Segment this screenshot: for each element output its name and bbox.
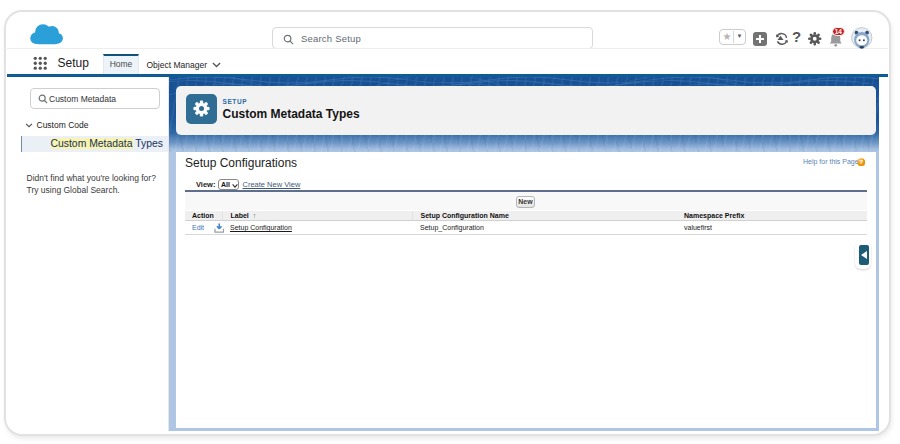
svg-text:?: ?	[859, 159, 863, 165]
